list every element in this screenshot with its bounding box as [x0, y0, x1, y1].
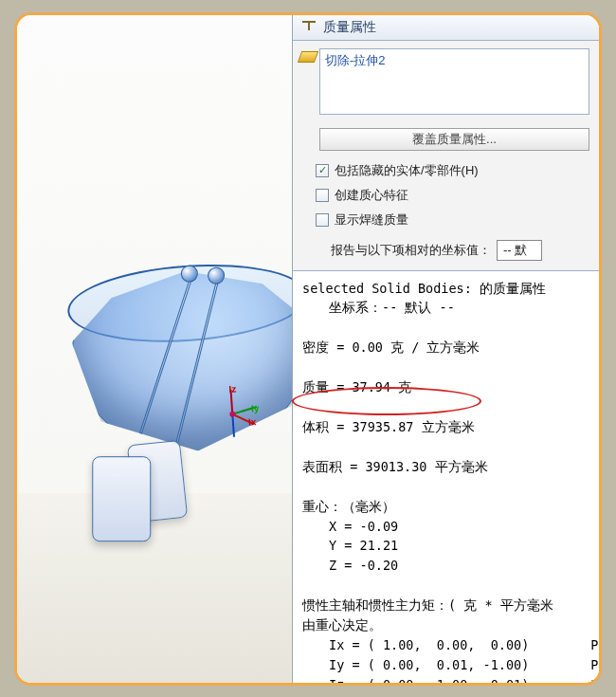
- create-com-checkbox[interactable]: [316, 189, 329, 202]
- viewport-floor: [17, 493, 292, 683]
- selection-item[interactable]: 切除-拉伸2: [325, 53, 386, 67]
- show-weld-label: 显示焊缝质量: [335, 211, 408, 229]
- axis-label-y: Iy: [251, 402, 260, 413]
- principal-iz: Iz = ( 0.00, 1.00, 0.01) Pz = 8653: [302, 675, 589, 683]
- graphics-viewport[interactable]: Iz Iy Ix: [17, 15, 292, 683]
- principal-label: 惯性主轴和惯性主力矩：( 克 * 平方毫米: [302, 596, 589, 615]
- svg-point-4: [229, 411, 235, 416]
- principal-ix: Ix = ( 1.00, 0.00, 0.00) Px = 3092: [302, 635, 589, 655]
- model-assembly: Iz Iy Ix: [58, 263, 292, 479]
- centroid-z: Z = -0.20: [302, 556, 589, 576]
- principal-axis-triad: Iz Iy Ix: [208, 383, 268, 444]
- principal-by: 由重心决定。: [302, 615, 589, 635]
- results-text[interactable]: selected Solid Bodies: 的质量属性坐标系：-- 默认 --…: [293, 270, 599, 683]
- results-mass: 质量 = 37.94 克: [302, 377, 589, 397]
- svg-line-3: [232, 413, 234, 436]
- results-density: 密度 = 0.00 克 / 立方毫米: [302, 338, 589, 358]
- balance-scale-icon: [300, 21, 317, 34]
- coord-system-select[interactable]: -- 默: [497, 240, 542, 261]
- selection-list[interactable]: 切除-拉伸2: [319, 48, 589, 115]
- axis-label-x: Ix: [248, 416, 257, 428]
- create-com-row[interactable]: 创建质心特征: [316, 183, 589, 208]
- centroid-x: X = -0.09: [302, 517, 589, 537]
- coord-system-label: 报告与以下项相对的坐标值：: [331, 242, 491, 259]
- results-header: selected Solid Bodies: 的质量属性: [302, 279, 589, 299]
- solid-body-icon: [298, 51, 318, 63]
- oar-paddle-1: [92, 456, 151, 541]
- centroid-y: Y = 21.21: [302, 536, 589, 556]
- mass-properties-panel: 质量属性 切除-拉伸2 覆盖质量属性... ✓ 包括隐藏的实体/零部件(H) 创…: [292, 15, 599, 683]
- include-hidden-label: 包括隐藏的实体/零部件(H): [335, 162, 479, 179]
- panel-title: 质量属性: [323, 19, 376, 36]
- include-hidden-row[interactable]: ✓ 包括隐藏的实体/零部件(H): [316, 158, 589, 183]
- principal-iy: Iy = ( 0.00, 0.01, -1.00) Py = 7296: [302, 655, 589, 675]
- options-group: ✓ 包括隐藏的实体/零部件(H) 创建质心特征 显示焊缝质量: [293, 158, 599, 236]
- include-hidden-checkbox[interactable]: ✓: [316, 164, 329, 177]
- results-volume: 体积 = 37935.87 立方毫米: [302, 417, 589, 437]
- override-mass-button[interactable]: 覆盖质量属性...: [319, 128, 589, 151]
- panel-title-bar: 质量属性: [293, 15, 599, 41]
- app-frame: Iz Iy Ix 质量属性 切除-拉伸2 覆盖质量属性... ✓ 包括隐藏的实体…: [14, 12, 602, 686]
- results-coordsys: 坐标系：-- 默认 --: [302, 298, 589, 318]
- centroid-label: 重心：（毫米）: [302, 497, 589, 517]
- coord-system-row: 报告与以下项相对的坐标值： -- 默: [293, 236, 599, 270]
- show-weld-row[interactable]: 显示焊缝质量: [316, 208, 589, 232]
- show-weld-checkbox[interactable]: [316, 213, 329, 227]
- results-surface-area: 表面积 = 39013.30 平方毫米: [302, 457, 589, 477]
- create-com-label: 创建质心特征: [335, 187, 408, 204]
- axis-label-z: Iz: [228, 383, 237, 394]
